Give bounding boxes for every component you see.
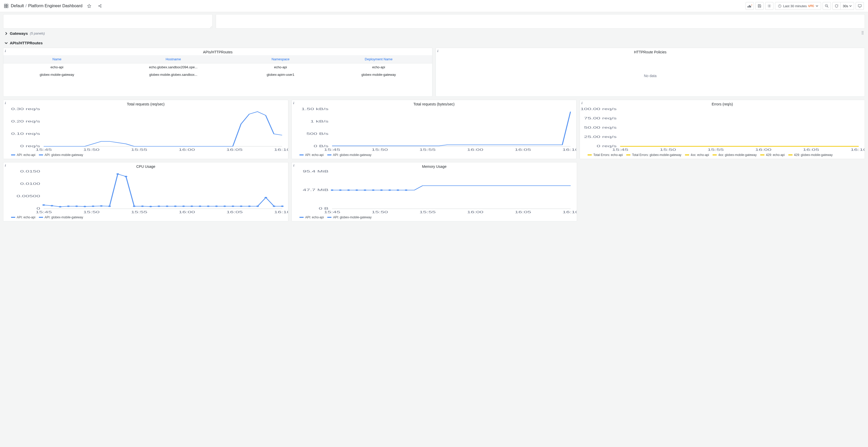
- add-panel-icon[interactable]: +: [746, 2, 754, 10]
- legend-swatch: [327, 217, 332, 218]
- breadcrumb-root[interactable]: Default: [11, 4, 24, 8]
- info-icon[interactable]: i: [5, 101, 6, 105]
- table-header[interactable]: Hostname: [111, 55, 236, 63]
- svg-point-89: [190, 205, 193, 207]
- page-title[interactable]: Platform Engineer Dashboard: [28, 4, 83, 8]
- svg-text:0: 0: [37, 207, 40, 210]
- table-row[interactable]: echo-apiecho.globex.sandbox2094.ope...ec…: [3, 63, 432, 71]
- svg-line-7: [99, 5, 100, 6]
- tv-mode-icon[interactable]: [856, 2, 864, 10]
- svg-point-100: [281, 205, 283, 207]
- svg-text:15:50: 15:50: [660, 148, 676, 152]
- legend-item[interactable]: 429: echo-api: [760, 153, 785, 157]
- svg-point-77: [92, 205, 94, 207]
- svg-text:0.0100: 0.0100: [20, 182, 40, 186]
- svg-point-84: [149, 206, 152, 207]
- legend-item[interactable]: API: globex-mobile-gateway: [327, 215, 371, 219]
- chart-plot[interactable]: 0 req/s25.00 req/s50.00 req/s75.00 req/s…: [580, 107, 865, 152]
- svg-text:0.10 req/s: 0.10 req/s: [11, 132, 40, 136]
- svg-text:16:00: 16:00: [179, 210, 195, 214]
- svg-point-86: [166, 205, 168, 207]
- chart-plot[interactable]: 0 B/s500 B/s1 kB/s1.50 kB/s15:4515:5015:…: [292, 107, 577, 152]
- svg-point-92: [215, 205, 218, 207]
- svg-text:15:45: 15:45: [324, 210, 340, 214]
- svg-point-98: [265, 197, 267, 198]
- settings-icon[interactable]: [765, 2, 773, 10]
- empty-panel[interactable]: [216, 14, 865, 29]
- share-icon[interactable]: [96, 2, 104, 10]
- svg-text:16:05: 16:05: [803, 148, 819, 152]
- time-label: Last 30 minutes: [783, 4, 807, 8]
- dashboards-icon[interactable]: [4, 4, 8, 8]
- svg-line-8: [99, 6, 100, 7]
- legend-item[interactable]: API: echo-api: [300, 215, 324, 219]
- star-icon[interactable]: [85, 2, 93, 10]
- svg-point-111: [331, 189, 334, 191]
- svg-text:15:45: 15:45: [36, 148, 52, 152]
- chart-plot[interactable]: 0 B47.7 MiB95.4 MiB15:4515:5015:5516:001…: [292, 170, 577, 214]
- legend-item[interactable]: Total Errors: globex-mobile-gateway: [626, 153, 681, 157]
- resize-handle-icon[interactable]: [210, 26, 212, 28]
- table-header[interactable]: Name: [3, 55, 111, 63]
- svg-point-79: [108, 205, 111, 207]
- legend-item[interactable]: 429: globex-mobile-gateway: [788, 153, 833, 157]
- save-icon[interactable]: [755, 2, 764, 10]
- svg-point-20: [862, 31, 863, 32]
- legend-label: Total Errors: globex-mobile-gateway: [632, 153, 681, 157]
- breadcrumb-sep: /: [26, 4, 27, 8]
- svg-point-78: [100, 205, 102, 207]
- info-icon[interactable]: i: [293, 101, 294, 105]
- svg-point-97: [256, 205, 259, 207]
- legend-item[interactable]: API: globex-mobile-gateway: [39, 153, 83, 157]
- panel-req_sec: iTotal requests (req/sec)0 req/s0.10 req…: [3, 100, 288, 159]
- utc-badge: UTC: [808, 4, 814, 7]
- legend-item[interactable]: 4xx: echo-api: [685, 153, 709, 157]
- legend-item[interactable]: API: globex-mobile-gateway: [327, 153, 371, 157]
- svg-rect-10: [749, 5, 750, 7]
- legend-item[interactable]: 4xx: globex-mobile-gateway: [713, 153, 757, 157]
- svg-text:16:10: 16:10: [563, 210, 577, 214]
- info-icon[interactable]: i: [5, 163, 6, 168]
- svg-point-13: [769, 5, 770, 6]
- legend-swatch: [713, 154, 717, 155]
- svg-text:50.00 req/s: 50.00 req/s: [584, 125, 617, 129]
- legend-swatch: [626, 154, 630, 155]
- svg-text:75.00 req/s: 75.00 req/s: [584, 116, 617, 120]
- chart-plot[interactable]: 00.005000.01000.015015:4515:5015:5516:00…: [3, 170, 288, 214]
- panel-title: Total requests (bytes/sec): [292, 100, 577, 107]
- legend-item[interactable]: Total Errors: echo-api: [588, 153, 623, 157]
- info-icon[interactable]: i: [581, 101, 583, 105]
- refresh-icon[interactable]: [832, 2, 841, 10]
- info-icon[interactable]: i: [437, 49, 438, 53]
- time-picker[interactable]: Last 30 minutes UTC: [775, 2, 821, 10]
- svg-point-93: [223, 205, 226, 207]
- legend-item[interactable]: API: globex-mobile-gateway: [39, 215, 83, 219]
- svg-text:16:00: 16:00: [179, 148, 195, 152]
- legend-label: 429: globex-mobile-gateway: [794, 153, 833, 157]
- info-icon[interactable]: i: [293, 163, 294, 168]
- table-cell: echo-api: [325, 63, 432, 71]
- chart-plot[interactable]: 0 req/s0.10 req/s0.20 req/s0.30 req/s15:…: [3, 107, 288, 152]
- row-meta: (5 panels): [30, 31, 45, 35]
- legend-item[interactable]: API: echo-api: [11, 215, 35, 219]
- table-header[interactable]: Deployment Name: [325, 55, 432, 63]
- table-row[interactable]: globex-mobile-gatewayglobex-mobile.globe…: [3, 71, 432, 78]
- svg-text:47.7 MiB: 47.7 MiB: [303, 188, 329, 192]
- table-cell: globex-apim-user1: [236, 71, 325, 78]
- legend: API: echo-apiAPI: globex-mobile-gateway: [3, 152, 288, 159]
- svg-point-21: [863, 31, 864, 32]
- legend-swatch: [39, 217, 43, 218]
- row-apis[interactable]: APIs/HTTPRoutes: [3, 38, 865, 48]
- zoom-out-icon[interactable]: [823, 2, 831, 10]
- svg-text:15:55: 15:55: [419, 148, 436, 152]
- svg-text:95.4 MiB: 95.4 MiB: [303, 170, 329, 173]
- legend-item[interactable]: API: echo-api: [300, 153, 324, 157]
- refresh-interval-picker[interactable]: 30s: [841, 2, 854, 10]
- legend-item[interactable]: API: echo-api: [11, 153, 35, 157]
- row-gateways[interactable]: Gateways (5 panels): [3, 29, 865, 38]
- info-icon[interactable]: i: [5, 49, 6, 53]
- empty-panel[interactable]: [3, 14, 213, 29]
- table-header[interactable]: Namespace: [236, 55, 325, 63]
- legend-swatch: [760, 154, 765, 155]
- drag-handle-icon[interactable]: [861, 31, 864, 36]
